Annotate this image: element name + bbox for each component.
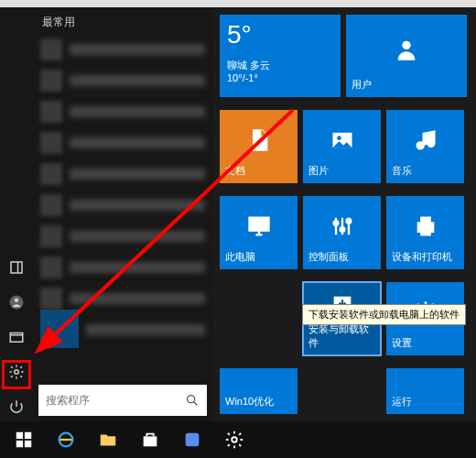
music-icon (392, 115, 459, 164)
tile-label: 音乐 (392, 164, 459, 178)
svg-point-18 (346, 218, 351, 223)
sliders-icon (308, 202, 375, 250)
tile-label: 设置 (392, 336, 459, 350)
tile-label: Win10优化 (225, 395, 292, 409)
tile-devices-printers[interactable]: 设备和打印机 (386, 196, 464, 269)
svg-point-17 (340, 227, 344, 232)
svg-rect-3 (10, 333, 23, 343)
svg-rect-25 (16, 432, 23, 439)
power-icon[interactable] (7, 398, 26, 416)
settings-icon[interactable] (7, 363, 26, 381)
app-list (33, 34, 212, 381)
tile-this-pc[interactable]: 此电脑 (220, 196, 298, 269)
list-item[interactable] (33, 314, 212, 345)
svg-rect-12 (253, 220, 258, 224)
tile-label: 安装与卸载软件 (308, 322, 375, 350)
printer-icon (392, 202, 459, 250)
svg-rect-15 (260, 224, 265, 228)
svg-rect-0 (11, 262, 22, 273)
list-item[interactable] (33, 127, 212, 158)
svg-point-2 (15, 299, 19, 303)
svg-point-5 (188, 396, 195, 403)
list-item[interactable] (33, 34, 212, 65)
expand-icon[interactable] (7, 258, 26, 277)
list-item[interactable] (33, 190, 212, 221)
search-bar[interactable] (38, 385, 207, 416)
svg-rect-30 (186, 433, 200, 447)
search-input[interactable] (46, 394, 185, 407)
weather-temp: 5° (227, 22, 252, 48)
start-button[interactable] (4, 421, 44, 458)
tile-music[interactable]: 音乐 (386, 110, 464, 183)
taskbar-ie-icon[interactable] (46, 421, 86, 458)
list-item[interactable] (33, 65, 212, 96)
tile-pictures[interactable]: 图片 (303, 110, 381, 183)
tile-label: 设备和打印机 (392, 250, 459, 264)
svg-point-31 (232, 437, 237, 442)
tile-win10-optimize[interactable]: Win10优化 (220, 368, 298, 414)
taskbar-store-icon[interactable] (130, 421, 170, 458)
svg-rect-21 (421, 229, 429, 234)
tile-grid: 5° 聊城 多云 10°/-1° 用户 文档 图片 音乐 此电脑 控制面板 (212, 7, 476, 421)
monitor-icon (225, 202, 292, 250)
most-used-header: 最常用 (33, 7, 212, 34)
svg-point-8 (337, 136, 341, 140)
tooltip: 下载安装软件或卸载电脑上的软件 (302, 304, 466, 325)
file-explorer-icon[interactable] (7, 328, 26, 346)
tile-label: 用户 (352, 78, 461, 92)
svg-rect-20 (421, 217, 429, 223)
document-icon (225, 115, 292, 164)
taskbar-explorer-icon[interactable] (88, 421, 128, 458)
user-icon (352, 20, 461, 78)
tile-label: 控制面板 (308, 250, 375, 264)
list-item[interactable] (33, 252, 212, 283)
tile-label: 文档 (225, 164, 292, 178)
tile-control-panel[interactable]: 控制面板 (303, 196, 381, 269)
svg-rect-28 (25, 441, 31, 447)
list-item[interactable] (33, 283, 212, 314)
svg-point-6 (402, 40, 410, 49)
picture-icon (308, 115, 375, 164)
tile-weather[interactable]: 5° 聊城 多云 10°/-1° (220, 15, 341, 97)
taskbar (0, 421, 476, 458)
tile-run[interactable]: 运行 (386, 368, 464, 414)
tile-user[interactable]: 用户 (346, 15, 467, 97)
svg-rect-14 (253, 224, 258, 228)
tile-label: 图片 (308, 164, 375, 178)
taskbar-settings-icon[interactable] (214, 421, 254, 458)
svg-rect-27 (16, 441, 23, 447)
tile-documents[interactable]: 文档 (220, 110, 298, 183)
tile-label: 此电脑 (225, 250, 292, 264)
list-item[interactable] (33, 221, 212, 252)
weather-location: 聊城 多云 (227, 59, 270, 72)
user-account-icon[interactable] (7, 293, 26, 311)
svg-rect-26 (25, 432, 31, 439)
list-item[interactable] (33, 158, 212, 190)
list-item[interactable] (33, 96, 212, 127)
taskbar-app-icon[interactable] (172, 421, 212, 458)
svg-point-16 (333, 221, 338, 225)
tile-label: 运行 (392, 395, 459, 409)
svg-point-4 (15, 370, 19, 375)
search-icon[interactable] (185, 393, 200, 408)
svg-rect-13 (260, 220, 265, 224)
weather-range: 10°/-1° (227, 72, 258, 83)
